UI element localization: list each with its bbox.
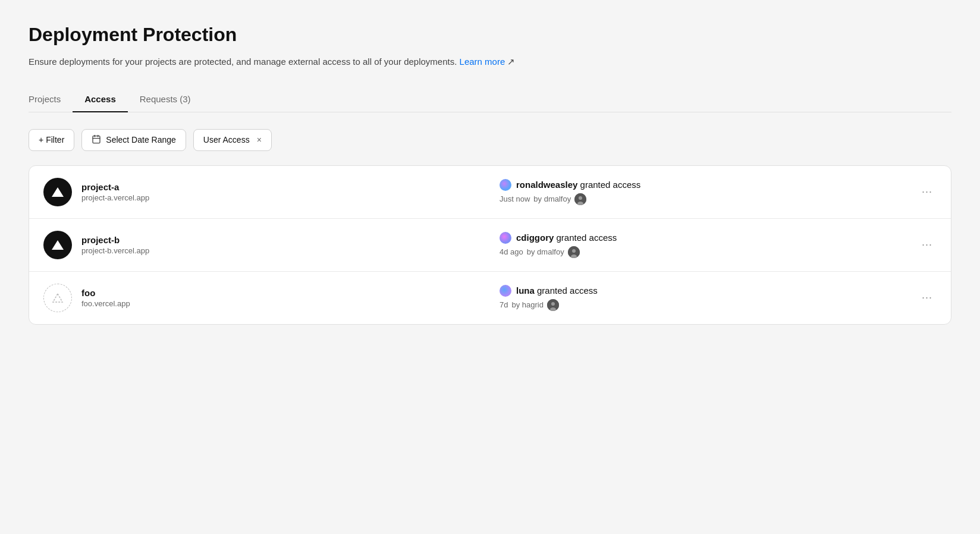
project-info: project-a project-a.vercel.app: [81, 182, 490, 202]
svg-point-15: [500, 285, 511, 297]
access-info: cdiggory granted access 4d ago by dmalfo…: [500, 232, 908, 258]
project-url: project-b.vercel.app: [81, 246, 490, 255]
filter-icon: +: [39, 135, 43, 145]
project-name: project-a: [81, 182, 490, 192]
more-options-button[interactable]: ···: [918, 288, 937, 307]
svg-rect-0: [93, 136, 100, 143]
access-meta: 7d by hagrid: [500, 299, 908, 311]
access-meta: 4d ago by dmalfoy: [500, 246, 908, 258]
project-name: foo: [81, 288, 490, 298]
svg-point-10: [500, 232, 511, 244]
access-info: luna granted access 7d by hagrid: [500, 285, 908, 311]
access-meta: Just now by dmalfoy: [500, 193, 908, 205]
tab-requests[interactable]: Requests (3): [128, 88, 203, 112]
access-line: cdiggory granted access: [500, 232, 908, 244]
svg-point-8: [577, 202, 583, 205]
learn-more-link[interactable]: Learn more: [460, 56, 505, 67]
calendar-icon: [92, 134, 101, 146]
project-info: foo foo.vercel.app: [81, 288, 490, 308]
user-access-close-icon[interactable]: ×: [257, 135, 262, 145]
user-access-filter[interactable]: User Access ×: [193, 129, 272, 151]
access-line: ronaldweasley granted access: [500, 179, 908, 191]
project-name: project-b: [81, 235, 490, 245]
filter-button[interactable]: + Filter: [29, 129, 74, 151]
more-options-button[interactable]: ···: [918, 235, 937, 255]
svg-point-5: [500, 179, 511, 191]
svg-point-18: [550, 307, 556, 311]
svg-point-13: [571, 255, 577, 258]
avatar: [568, 246, 580, 258]
table-row: project-a project-a.vercel.app ronaldwea…: [29, 166, 951, 219]
project-logo: [43, 231, 72, 259]
more-options-button[interactable]: ···: [918, 183, 937, 202]
tabs-nav: Projects Access Requests (3): [29, 88, 951, 112]
svg-marker-14: [53, 294, 62, 302]
tab-access[interactable]: Access: [73, 88, 128, 112]
filter-label: Filter: [46, 135, 64, 145]
access-info: ronaldweasley granted access Just now by…: [500, 179, 908, 205]
user-avatar-dot: [500, 232, 511, 244]
access-text: ronaldweasley granted access: [516, 180, 640, 190]
page-subtitle: Ensure deployments for your projects are…: [29, 55, 951, 69]
avatar: [574, 193, 586, 205]
access-text: luna granted access: [516, 285, 598, 296]
table-row: project-b project-b.vercel.app cdiggory …: [29, 219, 951, 272]
project-info: project-b project-b.vercel.app: [81, 235, 490, 255]
svg-point-17: [551, 302, 555, 306]
access-line: luna granted access: [500, 285, 908, 297]
projects-list: project-a project-a.vercel.app ronaldwea…: [29, 165, 951, 325]
user-avatar-dot: [500, 179, 511, 191]
project-url: foo.vercel.app: [81, 299, 490, 308]
project-logo: [43, 284, 72, 312]
svg-marker-4: [52, 187, 64, 197]
user-avatar-dot: [500, 285, 511, 297]
project-logo: [43, 178, 72, 206]
avatar: [547, 299, 559, 311]
svg-point-12: [572, 249, 576, 253]
access-text: cdiggory granted access: [516, 233, 617, 243]
svg-marker-9: [52, 240, 64, 250]
project-url: project-a.vercel.app: [81, 193, 490, 202]
svg-point-7: [579, 196, 582, 200]
date-range-label: Select Date Range: [106, 135, 176, 145]
table-row: foo foo.vercel.app luna granted access 7: [29, 272, 951, 324]
date-range-button[interactable]: Select Date Range: [81, 129, 186, 151]
page-title: Deployment Protection: [29, 24, 951, 46]
user-access-label: User Access: [203, 135, 250, 145]
tab-projects[interactable]: Projects: [29, 88, 73, 112]
filters-bar: + Filter Select Date Range User Access ×: [29, 129, 951, 151]
